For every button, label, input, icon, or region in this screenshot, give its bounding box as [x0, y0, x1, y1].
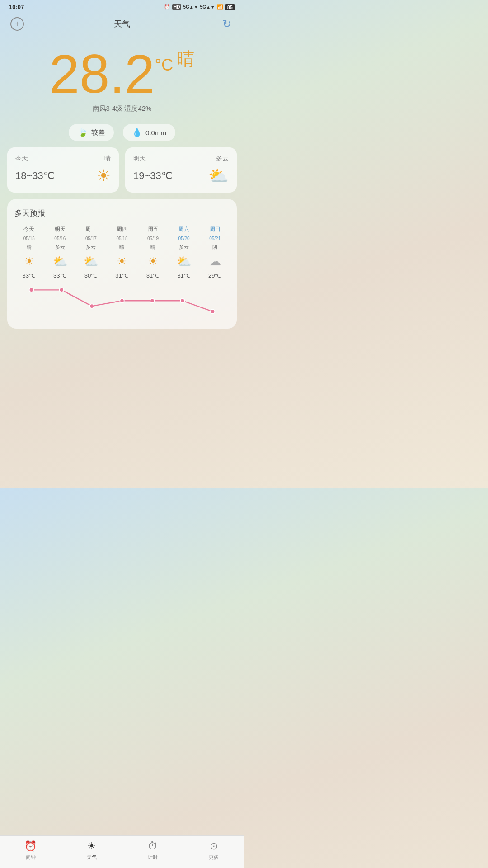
forecast-weather-text: 多云 [179, 244, 189, 250]
tomorrow-card: 明天 多云 19~33℃ ⛅ [125, 147, 237, 193]
forecast-date-label: 05/20 [178, 236, 190, 241]
page-title: 天气 [114, 19, 130, 29]
today-weather-icon: ☀ [96, 166, 111, 185]
forecast-weather-text: 阴 [212, 244, 217, 250]
forecast-weather-text: 晴 [150, 244, 155, 250]
forecast-weather-icon: ☁ [209, 253, 221, 269]
forecast-day-col: 明天05/16多云⛅33℃ [46, 226, 75, 279]
forecast-weather-icon: ⛅ [53, 253, 67, 269]
svg-point-1 [60, 288, 64, 292]
forecast-high-temp: 31℃ [177, 272, 190, 279]
forecast-weather-text: 晴 [119, 244, 124, 250]
forecast-day-col: 周日05/21阴☁29℃ [200, 226, 230, 279]
svg-point-6 [211, 309, 215, 314]
rain-icon: 💧 [132, 127, 142, 137]
rainfall-badge: 💧 0.0mm [123, 124, 175, 141]
add-location-button[interactable]: + [9, 16, 25, 32]
svg-point-2 [89, 304, 94, 308]
forecast-weather-icon: ☀ [148, 253, 158, 269]
forecast-day-col: 今天05/15晴☀33℃ [14, 226, 44, 279]
temperature-chart [16, 283, 228, 320]
today-temp-range: 18~33℃ [15, 170, 55, 182]
weather-description: 晴 [177, 47, 195, 71]
forecast-day-label: 今天 [23, 226, 34, 233]
wind-humidity-info: 南风3-4级 湿度42% [9, 104, 235, 113]
forecast-day-col: 周四05/18晴☀31℃ [108, 226, 137, 279]
tomorrow-label: 明天 [133, 155, 146, 163]
today-label: 今天 [15, 155, 28, 163]
forecast-weather-icon: ☀ [24, 253, 34, 269]
today-card: 今天 晴 18~33℃ ☀ [7, 147, 119, 193]
battery-indicator: 85 [225, 4, 235, 10]
forecast-day-col: 周六05/20多云⛅31℃ [169, 226, 199, 279]
forecast-day-label: 明天 [55, 226, 66, 233]
tomorrow-weather-icon: ⛅ [208, 166, 229, 185]
app-header: + 天气 ↻ [0, 12, 244, 38]
forecast-weather-icon: ⛅ [84, 253, 98, 269]
temperature-unit: °C [155, 56, 173, 75]
temperature-display: 28.2 °C 晴 南风3-4级 湿度42% [0, 38, 244, 118]
svg-point-4 [150, 298, 155, 303]
tomorrow-weather: 多云 [216, 155, 229, 163]
rainfall-value: 0.0mm [145, 129, 166, 137]
status-bar: 10:07 ⏰ HD 5G▲▼ 5G▲▼ 📶 85 [0, 0, 244, 12]
refresh-icon: ↻ [222, 18, 231, 30]
forecast-weather-icon: ☀ [117, 253, 127, 269]
forecast-weather-text: 多云 [55, 244, 65, 250]
svg-point-0 [29, 288, 34, 292]
forecast-high-temp: 33℃ [23, 272, 36, 279]
air-quality-value: 较差 [91, 128, 105, 137]
forecast-section: 多天预报 今天05/15晴☀33℃明天05/16多云⛅33℃周三05/17多云⛅… [7, 199, 237, 329]
forecast-weather-icon: ⛅ [177, 253, 191, 269]
forecast-date-label: 05/17 [85, 236, 97, 241]
forecast-high-temp: 29℃ [208, 272, 221, 279]
forecast-high-temp: 30℃ [84, 272, 98, 279]
forecast-weather-text: 晴 [27, 244, 32, 250]
tomorrow-temp-range: 19~33℃ [133, 170, 173, 182]
forecast-day-label: 周日 [210, 226, 221, 233]
air-quality-badge: 🍃 较差 [69, 124, 114, 141]
forecast-day-label: 周五 [148, 226, 159, 233]
day-cards-container: 今天 晴 18~33℃ ☀ 明天 多云 19~33℃ ⛅ [7, 147, 237, 193]
leaf-icon: 🍃 [78, 127, 88, 137]
temp-chart-svg [16, 283, 228, 318]
forecast-weather-text: 多云 [86, 244, 96, 250]
forecast-day-col: 周三05/17多云⛅30℃ [76, 226, 106, 279]
forecast-day-label: 周六 [178, 226, 189, 233]
forecast-high-temp: 33℃ [53, 272, 66, 279]
svg-point-3 [120, 298, 124, 303]
forecast-high-temp: 31℃ [146, 272, 160, 279]
forecast-day-col: 周五05/19晴☀31℃ [138, 226, 168, 279]
time: 10:07 [9, 4, 24, 10]
forecast-date-label: 05/16 [54, 236, 66, 241]
forecast-high-temp: 31℃ [115, 272, 128, 279]
refresh-button[interactable]: ↻ [219, 16, 235, 32]
today-weather: 晴 [104, 155, 111, 163]
status-icons: ⏰ HD 5G▲▼ 5G▲▼ 📶 85 [164, 4, 235, 10]
current-temperature: 28.2 [49, 47, 155, 101]
svg-point-5 [180, 298, 185, 303]
forecast-date-label: 05/21 [209, 236, 221, 241]
forecast-title: 多天预报 [14, 208, 230, 218]
forecast-date-label: 05/18 [116, 236, 127, 241]
weather-badges: 🍃 较差 💧 0.0mm [9, 124, 235, 141]
forecast-day-label: 周四 [117, 226, 127, 233]
forecast-date-label: 05/15 [23, 236, 35, 241]
forecast-grid: 今天05/15晴☀33℃明天05/16多云⛅33℃周三05/17多云⛅30℃周四… [14, 226, 230, 279]
forecast-day-label: 周三 [85, 226, 96, 233]
forecast-date-label: 05/19 [147, 236, 159, 241]
